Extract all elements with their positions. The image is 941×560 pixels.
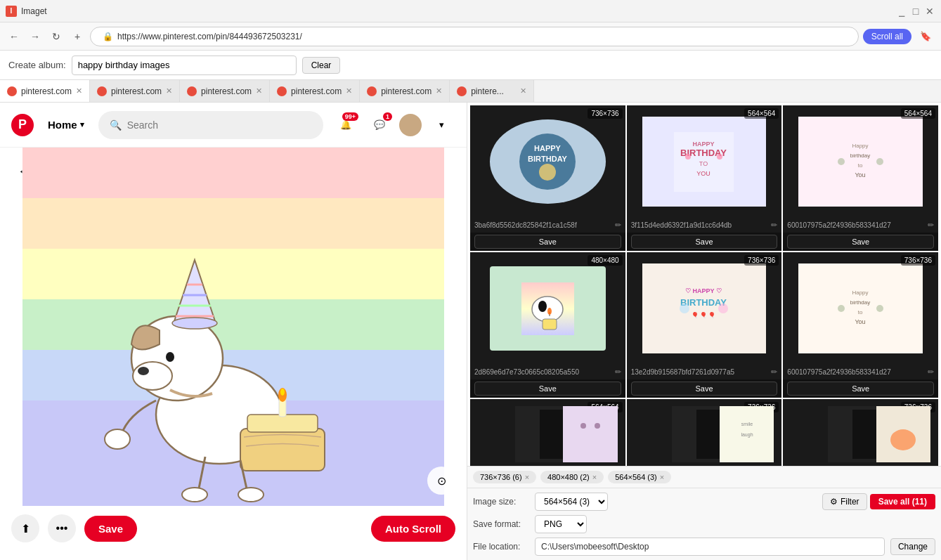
svg-point-11 [166, 352, 174, 362]
imaget-panel: 736×736 HAPPY BIRTHDAY 3ba6f8d5562dc8258… [467, 103, 941, 560]
thumb-svg-9b [885, 412, 921, 457]
notifications-button[interactable]: 🔔 99+ [332, 111, 360, 139]
tab-label-5: pintere... [471, 86, 504, 96]
bottom-controls: Image size: 564×564 (3) All sizes 736×73… [467, 488, 941, 560]
filter-tag-564[interactable]: 564×564 (3) × [608, 471, 671, 483]
format-select[interactable]: PNG JPG WEBP [535, 515, 587, 533]
image-card-6: 736×736 Happy birthday to You [783, 252, 938, 398]
image-meta-3: 600107975a2f24936b583341d27 ✏ [783, 218, 938, 233]
tab-4[interactable]: pinterest.com ✕ [360, 80, 450, 103]
titlebar-title: Imaget [21, 6, 47, 16]
address-bar[interactable]: 🔒 https://www.pinterest.com/pin/84449367… [90, 27, 859, 46]
save-card-button-6[interactable]: Save [787, 382, 934, 396]
titlebar-left: I Imaget [6, 6, 47, 17]
file-location-input[interactable] [535, 538, 885, 556]
tab-favicon-1 [97, 86, 107, 96]
tab-close-1[interactable]: ✕ [166, 86, 172, 96]
upload-button[interactable]: ⬆ [11, 514, 39, 542]
svg-point-37 [838, 158, 845, 165]
svg-text:to: to [858, 162, 863, 169]
refresh-button[interactable]: ↻ [48, 28, 65, 45]
image-meta-4: 2d869e6d7e73c0665c08205a550 ✏ [470, 365, 625, 379]
size-row: Image size: 564×564 (3) All sizes 736×73… [473, 493, 935, 511]
filter-tag-736-close[interactable]: × [525, 473, 529, 481]
thumb-svg-5: ♡ HAPPY ♡ BIRTHDAY 🎈 🎈 🎈 [674, 279, 734, 339]
filter-tag-480-close[interactable]: × [592, 473, 597, 481]
tab-2[interactable]: pinterest.com ✕ [180, 80, 270, 103]
tab-close-2[interactable]: ✕ [256, 86, 262, 96]
tab-favicon-2 [187, 86, 197, 96]
filter-tag-564-label: 564×564 (3) [615, 473, 657, 481]
image-meta-6: 600107975a2f24936b583341d27 ✏ [783, 365, 938, 379]
save-card-button-5[interactable]: Save [631, 382, 778, 396]
svg-text:You: You [855, 171, 866, 178]
tab-close-4[interactable]: ✕ [436, 86, 442, 96]
edit-icon-3[interactable]: ✏ [928, 221, 934, 230]
save-all-button[interactable]: Save all (11) [870, 494, 935, 509]
svg-point-12 [172, 318, 217, 329]
camera-icon: ⊙ [437, 474, 446, 488]
svg-rect-60 [573, 412, 608, 457]
change-button[interactable]: Change [890, 538, 935, 555]
filter-tag-564-close[interactable]: × [660, 473, 664, 481]
image-card-4: 480×480 [470, 252, 625, 398]
save-card-button-4[interactable]: Save [474, 382, 621, 396]
tab-close-3[interactable]: ✕ [346, 86, 352, 96]
camera-button[interactable]: ⊙ [427, 467, 455, 495]
tab-close-5[interactable]: ✕ [520, 86, 526, 96]
image-thumb-8: 736×736 smile laugh [627, 399, 782, 466]
svg-point-41 [532, 297, 563, 322]
tab-favicon-3 [277, 86, 287, 96]
edit-icon-2[interactable]: ✏ [771, 221, 777, 230]
scroll-all-button[interactable]: Scroll all [863, 29, 911, 44]
back-button[interactable]: ← [6, 28, 22, 45]
filter-tag-480[interactable]: 480×480 (2) × [540, 471, 604, 483]
titlebar-controls[interactable]: ⎯ □ ✕ [896, 6, 935, 17]
svg-text:smile: smile [741, 422, 753, 426]
edit-icon-4[interactable]: ✏ [615, 367, 621, 377]
bookmark-button[interactable]: 🔖 [916, 27, 935, 46]
edit-icon-6[interactable]: ✏ [928, 367, 934, 377]
messages-button[interactable]: 💬 1 [365, 111, 394, 139]
size-label: Image size: [473, 497, 529, 507]
avatar[interactable] [399, 114, 422, 136]
save-card-button-3[interactable]: Save [787, 235, 934, 249]
filter-button[interactable]: ⚙ Filter [822, 493, 867, 510]
edit-icon-5[interactable]: ✏ [771, 367, 777, 377]
svg-point-20 [238, 488, 264, 502]
save-card-button-2[interactable]: Save [631, 235, 778, 249]
auto-scroll-button[interactable]: Auto Scroll [371, 516, 455, 542]
album-input[interactable] [72, 56, 297, 75]
more-button[interactable]: ••• [48, 514, 76, 542]
minimize-button[interactable]: ⎯ [896, 6, 907, 17]
account-chevron[interactable]: ▾ [427, 111, 455, 139]
tab-3[interactable]: pinterest.com ✕ [270, 80, 360, 103]
svg-text:Happy: Happy [852, 289, 869, 296]
save-pin-button[interactable]: Save [84, 516, 137, 542]
home-chevron-icon: ▾ [80, 120, 84, 129]
tab-close-0[interactable]: ✕ [76, 86, 82, 96]
save-card-button-1[interactable]: Save [474, 235, 621, 249]
search-bar[interactable]: 🔍 Search [98, 111, 323, 139]
filter-btn-label: Filter [841, 497, 859, 507]
tab-label-0: pinterest.com [21, 86, 72, 96]
close-button[interactable]: ✕ [924, 6, 935, 17]
home-button[interactable]: Home ▾ [42, 113, 90, 136]
filter-tag-736[interactable]: 736×736 (6) × [473, 471, 536, 483]
new-tab-button[interactable]: + [69, 28, 86, 45]
size-select[interactable]: 564×564 (3) All sizes 736×736 (6) 480×48… [535, 493, 608, 511]
forward-button[interactable]: → [27, 28, 44, 45]
filter-icon: ⚙ [830, 497, 838, 507]
tab-5[interactable]: pintere... ✕ [450, 80, 534, 103]
tab-1[interactable]: pinterest.com ✕ [90, 80, 180, 103]
edit-icon-1[interactable]: ✏ [615, 221, 621, 230]
maximize-button[interactable]: □ [910, 6, 921, 17]
image-card-3: 564×564 Happy birthday to You [783, 105, 938, 251]
svg-point-58 [876, 305, 883, 312]
address-text: https://www.pinterest.com/pin/8444936725… [117, 32, 302, 41]
svg-rect-1 [22, 198, 444, 249]
image-thumb-7: 564×564 [470, 399, 625, 466]
tab-0[interactable]: pinterest.com ✕ [0, 80, 90, 103]
thumb-svg-4 [521, 282, 574, 335]
clear-button[interactable]: Clear [302, 57, 341, 74]
